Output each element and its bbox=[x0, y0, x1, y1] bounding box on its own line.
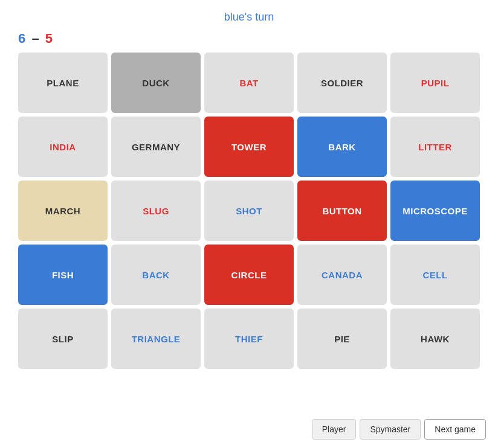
card-thief[interactable]: THIEF bbox=[204, 309, 294, 369]
card-slip[interactable]: SLIP bbox=[18, 309, 108, 369]
footer-controls: Player Spymaster Next game bbox=[312, 419, 486, 440]
spymaster-button[interactable]: Spymaster bbox=[360, 419, 421, 440]
card-march[interactable]: MARCH bbox=[18, 181, 108, 241]
card-pie[interactable]: PIE bbox=[297, 309, 387, 369]
score-dash: – bbox=[31, 31, 39, 46]
card-india[interactable]: INDIA bbox=[18, 117, 108, 177]
turn-label: blue's turn bbox=[224, 11, 274, 23]
card-duck[interactable]: DUCK bbox=[111, 53, 201, 113]
card-bat[interactable]: BAT bbox=[204, 53, 294, 113]
card-cell[interactable]: CELL bbox=[390, 245, 480, 305]
next-game-button[interactable]: Next game bbox=[424, 419, 486, 440]
card-canada[interactable]: CANADA bbox=[297, 245, 387, 305]
card-button[interactable]: BUTTON bbox=[297, 181, 387, 241]
card-slug[interactable]: SLUG bbox=[111, 181, 201, 241]
card-litter[interactable]: LITTER bbox=[390, 117, 480, 177]
card-soldier[interactable]: SOLDIER bbox=[297, 53, 387, 113]
red-score: 5 bbox=[45, 31, 53, 46]
card-plane[interactable]: PLANE bbox=[18, 53, 108, 113]
card-tower[interactable]: TOWER bbox=[204, 117, 294, 177]
game-grid: PLANEDUCKBATSOLDIERPUPILINDIAGERMANYTOWE… bbox=[0, 53, 498, 369]
card-hawk[interactable]: HAWK bbox=[390, 309, 480, 369]
card-microscope[interactable]: MICROSCOPE bbox=[390, 181, 480, 241]
blue-score: 6 bbox=[18, 31, 25, 46]
player-button[interactable]: Player bbox=[312, 419, 357, 440]
card-bark[interactable]: BARK bbox=[297, 117, 387, 177]
card-back[interactable]: BACK bbox=[111, 245, 201, 305]
card-germany[interactable]: GERMANY bbox=[111, 117, 201, 177]
card-fish[interactable]: FISH bbox=[18, 245, 108, 305]
card-triangle[interactable]: TRIANGLE bbox=[111, 309, 201, 369]
turn-indicator: blue's turn bbox=[0, 0, 498, 28]
card-circle[interactable]: CIRCLE bbox=[204, 245, 294, 305]
score-display: 6 – 5 bbox=[0, 28, 498, 53]
card-shot[interactable]: SHOT bbox=[204, 181, 294, 241]
card-pupil[interactable]: PUPIL bbox=[390, 53, 480, 113]
